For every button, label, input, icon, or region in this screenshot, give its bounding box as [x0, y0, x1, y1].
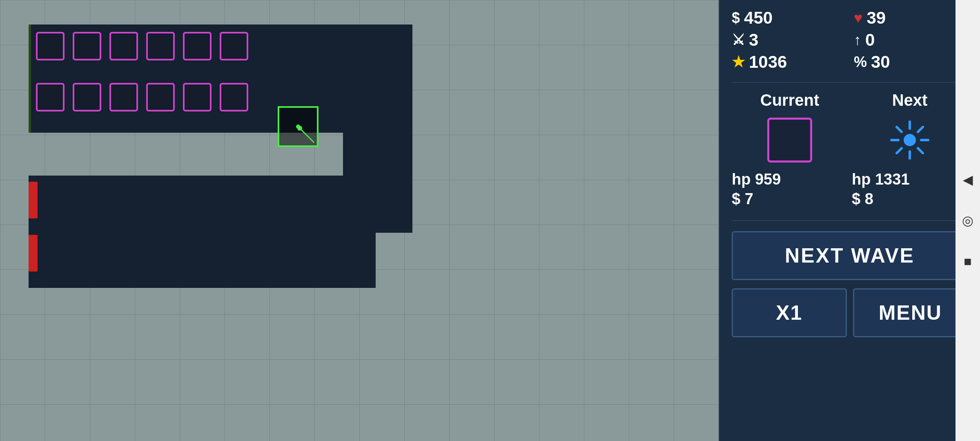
current-unit-box[interactable] [767, 118, 812, 163]
tower-unit-r2-4[interactable] [146, 83, 175, 111]
money-value: 450 [744, 8, 773, 28]
circle-icon[interactable]: ◎ [958, 210, 978, 231]
arrow-up-icon: ↑ [854, 31, 861, 49]
selected-cell[interactable] [278, 106, 318, 147]
divider-2 [732, 220, 968, 221]
tower-unit-r1-3[interactable] [109, 32, 138, 60]
current-hp: hp 959 [732, 171, 848, 188]
right-panel: $ 450 ♥ 39 ⚔ 3 ↑ 0 ★ 1036 % 30 Current N… [719, 0, 980, 441]
next-wave-button[interactable]: NEXT WAVE [732, 231, 968, 280]
heart-icon: ♥ [854, 9, 862, 27]
hp-cost-row: hp 959 $ 7 hp 1331 $ 8 [732, 171, 968, 208]
square-icon[interactable]: ■ [958, 251, 978, 272]
sword-value: 3 [749, 30, 758, 50]
svg-line-0 [300, 128, 314, 143]
x1-button[interactable]: X1 [732, 288, 847, 337]
bottom-buttons: X1 MENU [732, 288, 968, 337]
star-stat: ★ 1036 [732, 52, 846, 72]
arrow-up-value: 0 [865, 30, 875, 50]
percent-icon: % [854, 53, 867, 71]
far-right-sidebar: ◀ ◎ ■ [956, 0, 980, 441]
enemy-bar-2 [29, 235, 38, 272]
divider-1 [732, 82, 968, 83]
current-next-header: Current Next [732, 91, 968, 109]
tower-unit-r2-6[interactable] [220, 83, 248, 111]
tower-unit-r1-2[interactable] [73, 32, 101, 60]
game-area [0, 0, 719, 441]
arrow-up-stat: ↑ 0 [854, 30, 968, 50]
percent-stat: % 30 [854, 52, 968, 72]
money-stat: $ 450 [732, 8, 846, 28]
tower-unit-r2-3[interactable] [109, 83, 138, 111]
tower-unit-r1-6[interactable] [220, 32, 248, 60]
path-track-lower [29, 176, 412, 233]
tower-unit-r2-5[interactable] [183, 83, 212, 111]
sword-stat: ⚔ 3 [732, 30, 846, 50]
arrow-left-icon[interactable]: ◀ [958, 169, 978, 190]
hearts-stat: ♥ 39 [854, 8, 968, 28]
current-hp-cost-block: hp 959 $ 7 [732, 171, 848, 208]
enemy-bar-1 [29, 182, 38, 218]
tower-unit-r2-1[interactable] [36, 83, 65, 111]
tower-unit-r1-1[interactable] [36, 32, 65, 60]
svg-line-10 [897, 148, 902, 153]
next-cost: $ 8 [852, 190, 968, 208]
svg-line-8 [918, 148, 923, 153]
tower-unit-r2-2[interactable] [73, 83, 101, 111]
svg-line-9 [918, 127, 923, 132]
next-hp-cost-block: hp 1331 $ 8 [852, 171, 968, 208]
next-hp: hp 1331 [852, 171, 968, 188]
path-track-bottom [29, 231, 376, 288]
svg-line-7 [897, 127, 902, 132]
money-icon: $ [732, 9, 740, 27]
current-cost: $ 7 [732, 190, 848, 208]
sword-icon: ⚔ [732, 31, 745, 49]
percent-value: 30 [871, 52, 890, 72]
path-track-vert-right [343, 24, 412, 200]
stats-grid: $ 450 ♥ 39 ⚔ 3 ↑ 0 ★ 1036 % 30 [732, 8, 968, 72]
star-icon: ★ [732, 53, 745, 71]
unit-preview-row [732, 118, 968, 163]
current-label: Current [732, 91, 848, 109]
next-label: Next [852, 91, 968, 109]
hearts-value: 39 [866, 8, 886, 28]
menu-button[interactable]: MENU [853, 288, 968, 337]
next-unit-star [887, 118, 932, 163]
svg-point-1 [297, 126, 302, 131]
tower-unit-r1-5[interactable] [183, 32, 212, 60]
svg-point-2 [904, 134, 916, 146]
star-value: 1036 [749, 52, 787, 72]
tower-unit-r1-4[interactable] [146, 32, 175, 60]
